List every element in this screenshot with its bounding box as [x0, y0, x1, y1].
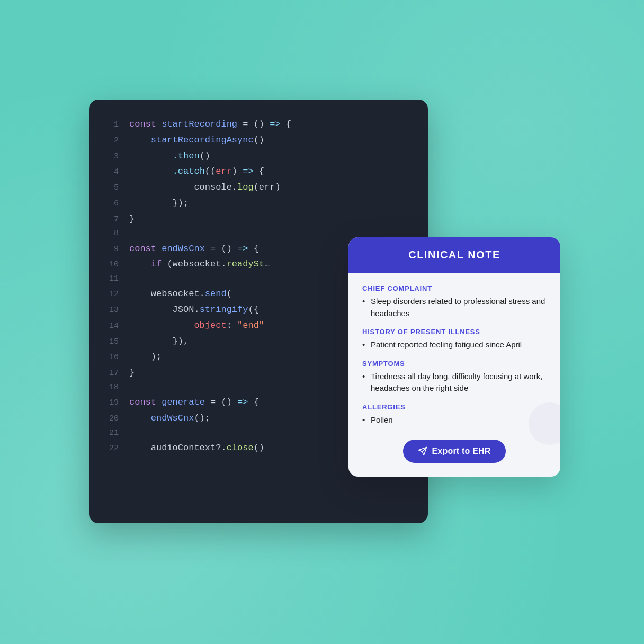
section-label-history-of-present-illness: HISTORY OF PRESENT ILLNESS — [362, 328, 547, 336]
section-label-symptoms: SYMPTOMS — [362, 360, 547, 368]
export-button-row: Export to EHR — [362, 437, 547, 463]
line-number: 10 — [100, 258, 119, 272]
export-to-ehr-button[interactable]: Export to EHR — [403, 440, 505, 463]
line-number: 5 — [100, 181, 119, 195]
scene: 1const startRecording = () => {2 startRe… — [68, 68, 576, 576]
section-label-allergies: ALLERGIES — [362, 403, 547, 411]
line-number: 19 — [100, 396, 119, 410]
section-item: Pollen — [362, 414, 547, 426]
section-item: Tiredness all day long, difficulty focus… — [362, 371, 547, 395]
code-line: 3 .then() — [100, 148, 417, 164]
line-number: 6 — [100, 197, 119, 211]
export-icon — [418, 446, 427, 456]
line-number: 15 — [100, 335, 119, 349]
code-line: 2 startRecordingAsync() — [100, 132, 417, 148]
line-number: 12 — [100, 288, 119, 301]
line-number: 17 — [100, 366, 119, 380]
code-line: 1const startRecording = () => { — [100, 117, 417, 132]
clinical-note-card: CLINICAL NOTE CHIEF COMPLAINTSleep disor… — [348, 237, 560, 477]
line-number: 11 — [100, 272, 119, 286]
line-number: 4 — [100, 165, 119, 179]
line-number: 1 — [100, 118, 119, 132]
line-number: 8 — [100, 227, 119, 240]
line-number: 3 — [100, 150, 119, 164]
line-number: 2 — [100, 134, 119, 148]
clinical-body: CHIEF COMPLAINTSleep disorders related t… — [348, 273, 560, 477]
section-item: Patient reported feeling fatigued since … — [362, 339, 547, 351]
section-label-chief-complaint: CHIEF COMPLAINT — [362, 284, 547, 292]
code-line: 5 console.log(err) — [100, 180, 417, 195]
line-number: 9 — [100, 243, 119, 256]
line-number: 22 — [100, 442, 119, 455]
line-number: 20 — [100, 412, 119, 426]
line-number: 21 — [100, 426, 119, 440]
line-number: 16 — [100, 351, 119, 364]
line-number: 13 — [100, 303, 119, 317]
code-line: 6 }); — [100, 195, 417, 211]
line-number: 18 — [100, 381, 119, 395]
clinical-header: CLINICAL NOTE — [348, 237, 560, 273]
section-item: Sleep disorders related to professional … — [362, 296, 547, 319]
clinical-title: CLINICAL NOTE — [408, 249, 500, 261]
line-number: 14 — [100, 319, 119, 333]
line-number: 7 — [100, 213, 119, 227]
code-line: 7} — [100, 211, 417, 227]
export-button-label: Export to EHR — [432, 446, 490, 456]
code-line: 4 .catch((err) => { — [100, 164, 417, 180]
